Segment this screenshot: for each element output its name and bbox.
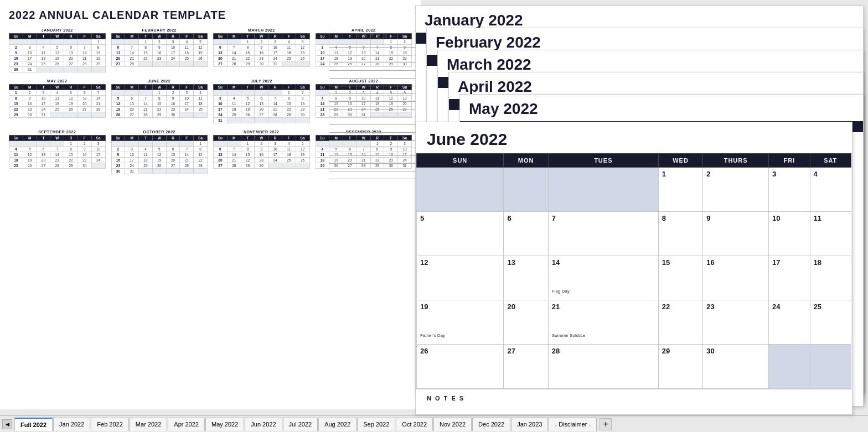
june-day-cell (504, 168, 548, 212)
mini-cal-day (166, 141, 180, 147)
sheet-tab-sep2022[interactable]: Sep 2022 (357, 418, 395, 431)
sheet-tab-jan2023[interactable]: Jan 2023 (511, 418, 548, 431)
mini-cal-1: FEBRUARY 2022SuMTWRFSa123456789101112131… (111, 28, 208, 72)
mini-cal-day: 10 (268, 45, 282, 50)
mini-cal-title-9: OCTOBER 2022 (111, 130, 208, 134)
mini-cal-day: 28 (227, 61, 241, 67)
mini-cal-day (180, 112, 194, 118)
mini-cal-day: 24 (23, 61, 37, 67)
mini-cal-title-10: NOVEMBER 2022 (213, 130, 310, 134)
mini-cal-day: 17 (23, 56, 37, 61)
sheet-tab-aug2022[interactable]: Aug 2022 (318, 418, 356, 431)
mini-cal-table-2: SuMTWRFSa1234567891011121314151617181920… (213, 33, 310, 67)
mini-cal-day: 22 (152, 107, 166, 112)
mini-cal-day (282, 118, 296, 123)
june-day-cell: 1 (658, 168, 702, 212)
june-col-header: MON (504, 154, 548, 168)
mini-cal-day (316, 39, 329, 45)
sheet-tab-may2022[interactable]: May 2022 (205, 418, 244, 431)
june-day-number: 14 (552, 258, 655, 267)
add-tab-button[interactable]: + (600, 418, 612, 430)
mini-cal-day: 22 (194, 158, 208, 163)
mini-cal-day (139, 169, 153, 174)
mini-cal-day: 18 (316, 158, 329, 163)
mini-cal-day: 20 (37, 158, 50, 163)
mini-cal-table-4: SuMTWRFSa1234567891011121314151617181920… (9, 84, 106, 118)
mini-cal-day: 12 (194, 45, 208, 50)
june-day-cell (548, 168, 658, 212)
mini-cal-day: 23 (152, 56, 166, 61)
june-day-cell: 19Father's Day (417, 300, 504, 345)
mini-cal-day: 11 (180, 45, 194, 50)
mini-cal-day: 26 (50, 61, 64, 67)
mini-cal-day: 29 (91, 61, 105, 67)
sheet-tab-jun2022[interactable]: Jun 2022 (245, 418, 282, 431)
mini-cal-day: 28 (180, 163, 194, 169)
mini-cal-day: 20 (214, 56, 228, 61)
mini-cal-day: 27 (255, 112, 268, 118)
mini-cal-table-6: SuMTWRFSa1234567891011121314151617181920… (213, 84, 310, 123)
sheet-tab-dec2022[interactable]: Dec 2022 (472, 418, 510, 431)
tab-prev-button[interactable]: ◀ (2, 419, 12, 429)
sheet-tab-apr2022[interactable]: Apr 2022 (168, 418, 205, 431)
mini-cal-day: 3 (214, 96, 228, 101)
june-day-cell: 20 (504, 300, 548, 345)
sheet-tab-nov2022[interactable]: Nov 2022 (433, 418, 472, 431)
june-day-number: 13 (507, 258, 544, 267)
mini-cal-day: 10 (214, 101, 228, 107)
mini-cal-day: 26 (296, 56, 309, 61)
mini-cal-4: MAY 2022SuMTWRFSa12345678910111213141516… (9, 79, 106, 123)
mini-cal-day (91, 67, 105, 72)
june-day-cell: 23 (703, 300, 769, 345)
mini-cal-day: 14 (316, 101, 329, 107)
sheet-tab-jul2022[interactable]: Jul 2022 (283, 418, 318, 431)
mini-cal-day: 22 (282, 107, 296, 112)
june-day-cell: 7 (548, 212, 658, 256)
mini-cal-day: 21 (139, 107, 153, 112)
mini-cal-day: 22 (91, 56, 105, 61)
sheet-tab-full2022[interactable]: Full 2022 (14, 418, 53, 431)
june-day-number: 27 (507, 347, 544, 355)
mini-cal-day (152, 169, 166, 174)
june-day-cell: 30 (703, 345, 769, 389)
mini-cal-day: 21 (268, 107, 282, 112)
mini-cal-day: 1 (64, 141, 78, 147)
mini-cal-day: 8 (194, 147, 208, 152)
mini-cal-day: 14 (180, 152, 194, 158)
mini-cal-day (37, 67, 50, 72)
june-col-header: WED (658, 154, 702, 168)
june-day-cell: 18 (810, 256, 851, 300)
mini-cal-day (50, 112, 64, 118)
mini-cal-day: 1 (282, 90, 296, 96)
card-june[interactable]: June 2022 SUNMONTUESWEDTHURSFRISAT 12345… (415, 122, 852, 415)
june-col-header: FRI (769, 154, 810, 168)
mini-cal-day: 11 (194, 96, 208, 101)
sheet-tab-mar2022[interactable]: Mar 2022 (130, 418, 167, 431)
mini-cal-day: 3 (166, 39, 180, 45)
notes-lines (329, 41, 415, 179)
mini-cal-day: 24 (125, 163, 139, 169)
sheet-tab--disclaimer-[interactable]: - Disclaimer - (549, 418, 597, 431)
mini-cal-day: 20 (166, 158, 180, 163)
june-day-number: 5 (420, 214, 500, 222)
mini-cal-day: 13 (166, 152, 180, 158)
mini-cal-day: 4 (282, 141, 296, 147)
mini-cal-day: 9 (78, 147, 91, 152)
sheet-tab-feb2022[interactable]: Feb 2022 (91, 418, 128, 431)
mini-cal-day: 28 (78, 61, 91, 67)
mini-cal-day (214, 90, 228, 96)
mini-cal-day: 29 (282, 112, 296, 118)
mini-cal-day: 2 (152, 39, 166, 45)
mini-cal-day: 13 (111, 50, 125, 56)
mini-cal-day: 29 (194, 163, 208, 169)
mini-cal-day: 25 (139, 163, 153, 169)
mini-cal-day: 7 (78, 45, 91, 50)
mini-cal-day: 17 (37, 101, 50, 107)
sheet-tab-oct2022[interactable]: Oct 2022 (396, 418, 433, 431)
mini-cal-day (125, 141, 139, 147)
mini-cal-day (64, 112, 78, 118)
sheet-tab-jan2022[interactable]: Jan 2022 (53, 418, 90, 431)
notes-line (329, 126, 415, 133)
mini-cal-day: 7 (227, 147, 241, 152)
notes-line (329, 157, 415, 164)
